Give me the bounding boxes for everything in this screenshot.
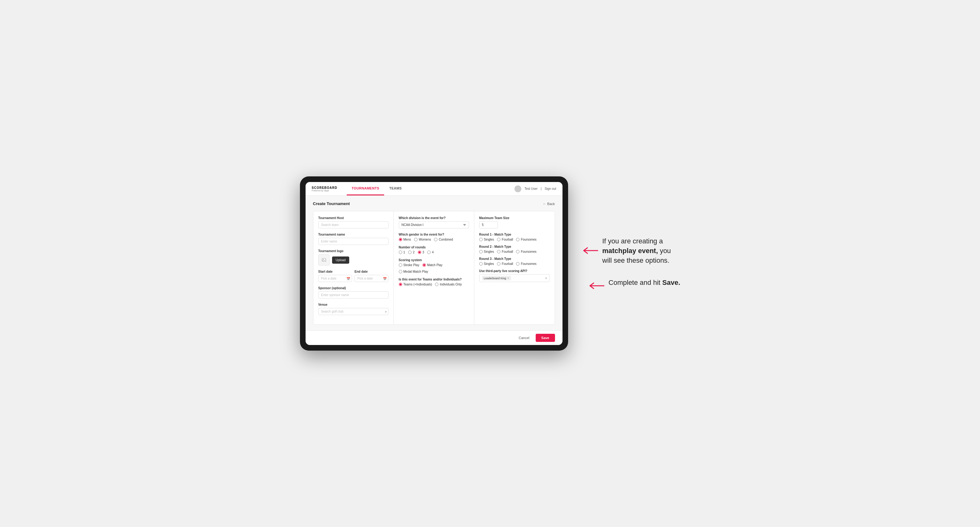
round3-radio-group: Singles Fourball Foursomes xyxy=(479,262,550,265)
scoring-match[interactable]: Match Play xyxy=(423,264,442,267)
tab-tournaments[interactable]: TOURNAMENTS xyxy=(347,182,385,195)
api-select-wrapper[interactable]: Leaderboard King × ▾ xyxy=(479,274,550,282)
user-name: Test User xyxy=(525,187,538,190)
tournament-name-group: Tournament name xyxy=(318,233,388,245)
round-3[interactable]: 3 xyxy=(418,251,424,254)
teams-teams[interactable]: Teams (+Individuals) xyxy=(399,283,432,286)
nav-right: Test User | Sign out xyxy=(514,186,556,192)
form-footer: Cancel Save xyxy=(305,330,563,345)
end-date-label: End date xyxy=(355,270,388,273)
start-date-label: Start date xyxy=(318,270,352,273)
api-label: Use third-party live scoring API? xyxy=(479,269,550,273)
teams-radio-group: Teams (+Individuals) Individuals Only xyxy=(399,283,469,286)
round-4[interactable]: 4 xyxy=(427,251,434,254)
scoring-label: Scoring system xyxy=(399,258,469,262)
api-chevron: ▾ xyxy=(545,276,547,280)
round3-match-type-group: Round 3 - Match Type Singles Fourball xyxy=(479,257,550,265)
tournament-host-input[interactable] xyxy=(318,221,388,229)
chevron-down-icon: ▾ xyxy=(385,310,387,313)
date-group: Start date 📅 End date xyxy=(318,270,388,282)
upload-button[interactable]: Upload xyxy=(332,257,350,264)
teams-group: Is this event for Teams and/or Individua… xyxy=(399,278,469,286)
gender-womens[interactable]: Womens xyxy=(414,238,431,241)
signout-link[interactable]: Sign out xyxy=(545,187,556,190)
logo-area: Upload xyxy=(318,254,388,265)
scoring-medal[interactable]: Medal Match Play xyxy=(399,270,428,273)
round2-singles[interactable]: Singles xyxy=(479,250,494,253)
round2-label: Round 2 - Match Type xyxy=(479,245,550,248)
tab-teams[interactable]: TEAMS xyxy=(384,182,407,195)
venue-input[interactable] xyxy=(318,308,388,315)
form-col-2: Which division is the event for? NCAA Di… xyxy=(394,211,474,324)
api-tag-close[interactable]: × xyxy=(507,276,509,280)
tablet-screen: SCOREBOARD Powered by clippt TOURNAMENTS… xyxy=(305,182,563,345)
annotation-top-text: If you are creating a matchplay event, y… xyxy=(602,237,680,265)
gender-combined[interactable]: Combined xyxy=(434,238,453,241)
brand-title: SCOREBOARD xyxy=(312,186,337,189)
tournament-name-input[interactable] xyxy=(318,238,388,245)
annotation-bottom-text: Complete and hit Save. xyxy=(609,278,680,288)
end-date-wrapper: 📅 xyxy=(355,275,388,282)
start-date-input[interactable] xyxy=(318,275,352,282)
nav-tabs: TOURNAMENTS TEAMS xyxy=(347,182,407,195)
avatar xyxy=(514,186,521,192)
image-icon xyxy=(321,257,326,262)
api-group: Use third-party live scoring API? Leader… xyxy=(479,269,550,282)
tournament-logo-group: Tournament logo Upload xyxy=(318,249,388,265)
round2-foursomes[interactable]: Foursomes xyxy=(516,250,536,253)
division-select[interactable]: NCAA Division I xyxy=(399,221,469,229)
annotation-top: If you are creating a matchplay event, y… xyxy=(581,237,680,265)
round1-singles[interactable]: Singles xyxy=(479,238,494,241)
nav-brand: SCOREBOARD Powered by clippt xyxy=(312,186,337,192)
teams-label: Is this event for Teams and/or Individua… xyxy=(399,278,469,281)
end-date-input[interactable] xyxy=(355,275,388,282)
teams-individuals[interactable]: Individuals Only xyxy=(435,283,462,286)
scoring-stroke[interactable]: Stroke Play xyxy=(399,264,419,267)
rounds-radio-group: 1 2 3 xyxy=(399,251,469,254)
max-team-size-input[interactable] xyxy=(479,221,498,229)
arrow-top-icon xyxy=(581,246,599,255)
annotation-top-row: If you are creating a matchplay event, y… xyxy=(581,237,680,265)
tournament-host-group: Tournament Host xyxy=(318,216,388,229)
max-team-size-group: Maximum Team Size xyxy=(479,216,550,229)
venue-label: Venue xyxy=(318,303,388,306)
round2-match-type-group: Round 2 - Match Type Singles Fourball xyxy=(479,245,550,253)
form-col-3: Maximum Team Size Round 1 - Match Type S… xyxy=(474,211,555,324)
api-tag: Leaderboard King × xyxy=(482,276,511,281)
round3-label: Round 3 - Match Type xyxy=(479,257,550,260)
gender-label: Which gender is the event for? xyxy=(399,233,469,236)
tournament-logo-label: Tournament logo xyxy=(318,249,388,253)
sponsor-label: Sponsor (optional) xyxy=(318,286,388,290)
sponsor-group: Sponsor (optional) xyxy=(318,286,388,298)
round-1[interactable]: 1 xyxy=(399,251,405,254)
round1-radio-group: Singles Fourball Foursomes xyxy=(479,238,550,241)
round1-label: Round 1 - Match Type xyxy=(479,233,550,236)
date-row: Start date 📅 End date xyxy=(318,270,388,282)
scoring-radio-group: Stroke Play Match Play Medal Match Play xyxy=(399,264,469,273)
save-button[interactable]: Save xyxy=(536,334,555,342)
page-title: Create Tournament xyxy=(313,201,350,206)
round1-foursomes[interactable]: Foursomes xyxy=(516,238,536,241)
division-label: Which division is the event for? xyxy=(399,216,469,220)
gender-group: Which gender is the event for? Mens Wome… xyxy=(399,233,469,241)
back-button[interactable]: ← Back xyxy=(543,202,555,206)
svg-point-1 xyxy=(323,259,323,260)
annotation-bottom: Complete and hit Save. xyxy=(587,278,680,290)
tournament-host-label: Tournament Host xyxy=(318,216,388,220)
round-2[interactable]: 2 xyxy=(408,251,415,254)
venue-group: Venue ▾ xyxy=(318,303,388,315)
round3-fourball[interactable]: Fourball xyxy=(497,262,513,265)
arrow-bottom-icon xyxy=(587,281,606,290)
round1-fourball[interactable]: Fourball xyxy=(497,238,513,241)
tournament-name-label: Tournament name xyxy=(318,233,388,236)
gender-mens[interactable]: Mens xyxy=(399,238,411,241)
logo-placeholder xyxy=(318,254,329,265)
form-col-1: Tournament Host Tournament name Tourname… xyxy=(313,211,394,324)
tablet-frame: SCOREBOARD Powered by clippt TOURNAMENTS… xyxy=(300,176,568,351)
round2-fourball[interactable]: Fourball xyxy=(497,250,513,253)
sponsor-input[interactable] xyxy=(318,291,388,298)
nav-separator: | xyxy=(541,187,542,190)
round3-singles[interactable]: Singles xyxy=(479,262,494,265)
cancel-button[interactable]: Cancel xyxy=(515,334,533,341)
round3-foursomes[interactable]: Foursomes xyxy=(516,262,536,265)
